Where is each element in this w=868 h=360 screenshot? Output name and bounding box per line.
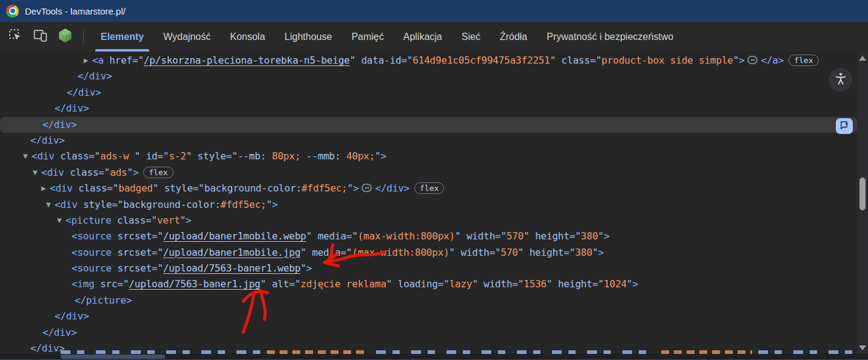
code-token-attr: class=" [562,55,602,66]
code-token-val: 380 [581,230,598,242]
code-token-tag: <img [72,278,100,290]
flex-badge[interactable]: flex [789,55,818,66]
tab-konsola[interactable]: Konsola [220,22,275,52]
inline-expand-button[interactable]: ⋯ [362,184,372,192]
arrow-collapsed-icon[interactable]: ▶ [84,53,92,68]
device-toolbar-button[interactable] [32,29,48,45]
code-token-attr: alt=" [272,278,300,290]
code-token-attr: class=" [70,167,110,178]
code-token-attr: height=" [530,247,575,258]
arrow-expanded-icon[interactable]: ▼ [23,148,32,164]
arrow-expanded-icon[interactable]: ▼ [46,197,55,213]
dom-row[interactable]: </div> [0,308,857,324]
code-token-tag: > [186,215,191,226]
dom-row[interactable]: </div> [0,325,857,341]
dom-row[interactable]: ▼<div class="ads">flex [0,165,857,181]
tab-label: Elementy [101,32,144,42]
dom-row[interactable]: ▼<div class="ads-w " id="s-2" style="--m… [0,148,857,164]
arrow-collapsed-icon[interactable]: ▶ [41,181,50,196]
dom-row[interactable]: <source srcset="/upload/baner1mobile.jpg… [0,245,857,261]
tab-zrodla[interactable]: Źródła [490,22,537,52]
tab-prywatnosc-i-bezpieczenstwo[interactable]: Prywatność i bezpieczeństwo [537,22,683,52]
code-token-tag: <source [72,230,117,242]
scroll-up-arrow-icon[interactable] [859,56,866,61]
code-token-tag: </a> [761,55,784,66]
inline-expand-button[interactable]: ⋯ [747,56,758,64]
inspect-icon [8,28,23,45]
dom-row[interactable]: </div> [0,68,857,84]
dom-row[interactable]: ▶<div class="badged" style="background-c… [0,181,857,196]
code-token-tag: <source [72,262,117,274]
code-token-attr: class=" [60,150,100,162]
arrow-expanded-icon[interactable]: ▼ [57,213,66,228]
code-token-tag: <source [72,247,117,258]
code-token-val: product-box side simple [602,55,733,66]
devtools-window: { "window": { "title": "DevTools - lamar… [0,0,868,360]
horizontal-scrollbar[interactable] [0,354,868,360]
toolbar-icons [0,29,91,45]
tab-elementy[interactable]: Elementy [91,22,153,52]
code-token-attr: " [523,230,535,242]
code-token-tag: </picture> [75,295,132,306]
code-token-val: 570 [506,230,523,242]
dom-row[interactable]: <img src="/upload/7563-baner1.jpg" alt="… [0,276,857,292]
code-token-attr: " [449,247,461,258]
code-token-attr: " [135,150,146,162]
dom-row[interactable]: </div> [0,101,857,116]
code-token-attr: " [627,278,632,290]
code-token-attr: " [592,247,597,258]
dom-row[interactable]: <source srcset="/upload/baner1mobile.web… [0,228,857,244]
code-token-attr: " [547,278,558,290]
dom-row[interactable]: </div> [0,133,857,148]
code-token-attr: width=" [460,247,500,258]
code-token-val: lazy [449,278,473,290]
tab-wydajnosc[interactable]: Wydajność [153,22,220,52]
tab-lighthouse[interactable]: Lighthouse [275,22,341,52]
code-token-tag: > [306,262,312,274]
scroll-down-arrow-icon[interactable] [859,345,866,350]
dom-row[interactable]: ▼<div style="background-color:#fdf5ec;"> [0,197,857,213]
code-token-tag: > [272,199,277,210]
elements-panel: ▶<a href="/p/skorzna-pleciona-torebka-n5… [0,52,868,360]
ai-assistant-button[interactable] [836,118,853,134]
tab-pamiec[interactable]: Pamięć [341,22,393,52]
code-token-val: ads-w [100,150,135,162]
arrow-expanded-icon[interactable]: ▼ [33,165,41,181]
vertical-scrollbar-thumb[interactable] [860,178,866,210]
code-token-attr: data-id=" [361,55,412,66]
tab-label: Pamięć [351,32,383,42]
code-token-attr: src=" [100,278,129,290]
code-token-val: #fdf5ec; [221,199,266,210]
accessibility-button[interactable] [829,68,852,92]
dom-row[interactable]: <source srcset="/upload/7563-baner1.webp… [0,261,857,276]
code-token-attr: srcset=" [117,262,163,274]
code-token-attr: " [455,230,466,242]
devtools-toolbar: Elementy Wydajność Konsola Lighthouse Pa… [0,22,868,52]
code-token-attr: style=" [83,199,123,210]
code-token-tag: </div> [375,182,409,194]
flex-badge[interactable]: flex [143,167,173,178]
dom-row[interactable]: </picture> [0,293,857,308]
code-token-attr: " [733,55,739,66]
code-token-tag: <div [41,167,70,178]
tab-siec[interactable]: Sieć [452,22,490,52]
tab-label: Źródła [500,32,527,42]
code-token-val: ads [110,167,127,178]
code-token-attr: " [350,55,362,66]
code-token-attr: media=" [312,247,352,258]
dom-row[interactable]: </div> [0,85,857,101]
code-token-attr: " [300,247,312,258]
horizontal-scrollbar-thumb[interactable] [61,355,165,359]
flex-badge[interactable]: flex [414,182,444,194]
code-token-tag: </div> [55,310,89,322]
dom-row[interactable]: ▼<picture class="vert"> [0,213,857,228]
tab-aplikacja[interactable]: Aplikacja [394,22,452,52]
dom-row[interactable]: ▶<a href="/p/skorzna-pleciona-torebka-n5… [0,53,857,68]
chrome-icon [6,5,19,18]
node-button[interactable] [57,29,73,45]
code-token-tag: > [133,167,138,178]
dom-row-selected[interactable]: </div> [0,117,857,133]
code-token-val: 570 [501,247,518,258]
inspect-element-button[interactable] [7,29,23,45]
vertical-scrollbar[interactable] [857,52,868,355]
